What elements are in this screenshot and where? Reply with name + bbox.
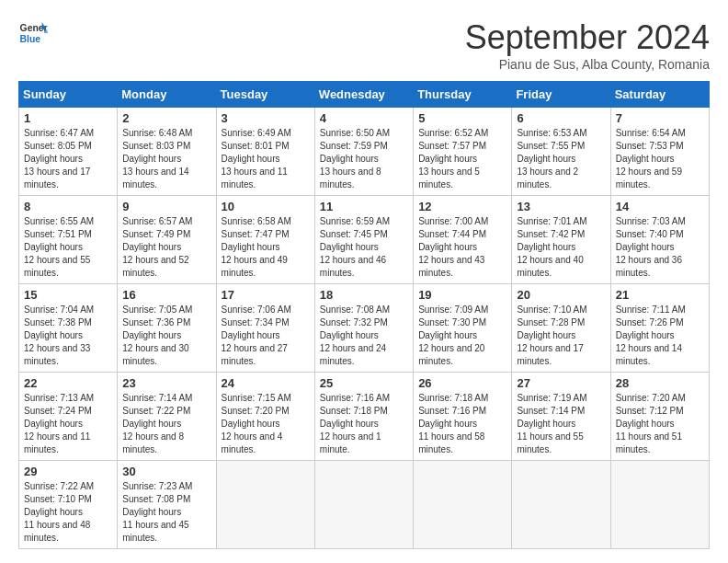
day-cell-11: 11Sunrise: 6:59 AMSunset: 7:45 PMDayligh… [314, 196, 413, 284]
empty-cell [610, 461, 709, 549]
day-number: 25 [320, 376, 408, 390]
day-cell-24: 24Sunrise: 7:15 AMSunset: 7:20 PMDayligh… [216, 373, 314, 461]
day-cell-17: 17Sunrise: 7:06 AMSunset: 7:34 PMDayligh… [216, 284, 314, 373]
day-info: Sunrise: 7:14 AMSunset: 7:22 PMDaylight … [122, 392, 210, 456]
svg-text:Blue: Blue [20, 34, 41, 44]
day-cell-6: 6Sunrise: 6:53 AMSunset: 7:55 PMDaylight… [512, 108, 610, 196]
col-header-friday: Friday [512, 82, 610, 108]
day-number: 10 [222, 200, 310, 213]
location: Pianu de Sus, Alba County, Romania [465, 57, 710, 72]
day-info: Sunrise: 7:04 AMSunset: 7:38 PMDaylight … [24, 304, 112, 368]
day-cell-19: 19Sunrise: 7:09 AMSunset: 7:30 PMDayligh… [414, 284, 512, 373]
day-number: 27 [517, 376, 605, 390]
day-info: Sunrise: 7:22 AMSunset: 7:10 PMDaylight … [24, 480, 112, 545]
day-number: 15 [24, 288, 112, 302]
week-row-3: 15Sunrise: 7:04 AMSunset: 7:38 PMDayligh… [19, 284, 710, 373]
day-cell-13: 13Sunrise: 7:01 AMSunset: 7:42 PMDayligh… [512, 196, 610, 284]
day-number: 28 [616, 376, 704, 390]
day-info: Sunrise: 6:49 AMSunset: 8:01 PMDaylight … [222, 127, 310, 191]
day-cell-14: 14Sunrise: 7:03 AMSunset: 7:40 PMDayligh… [610, 196, 709, 284]
day-number: 18 [320, 288, 408, 302]
empty-cell [314, 461, 413, 549]
day-cell-8: 8Sunrise: 6:55 AMSunset: 7:51 PMDaylight… [19, 196, 118, 284]
day-cell-30: 30Sunrise: 7:23 AMSunset: 7:08 PMDayligh… [118, 461, 216, 549]
day-cell-23: 23Sunrise: 7:14 AMSunset: 7:22 PMDayligh… [118, 373, 216, 461]
day-number: 21 [616, 288, 704, 302]
day-info: Sunrise: 7:19 AMSunset: 7:14 PMDaylight … [517, 392, 605, 456]
day-info: Sunrise: 6:53 AMSunset: 7:55 PMDaylight … [517, 127, 605, 191]
col-header-saturday: Saturday [610, 82, 709, 108]
day-cell-29: 29Sunrise: 7:22 AMSunset: 7:10 PMDayligh… [19, 461, 118, 549]
day-number: 30 [122, 465, 210, 478]
day-cell-16: 16Sunrise: 7:05 AMSunset: 7:36 PMDayligh… [118, 284, 216, 373]
day-info: Sunrise: 6:52 AMSunset: 7:57 PMDaylight … [418, 127, 506, 191]
day-info: Sunrise: 7:15 AMSunset: 7:20 PMDaylight … [222, 392, 310, 456]
day-info: Sunrise: 6:57 AMSunset: 7:49 PMDaylight … [122, 215, 210, 280]
day-number: 22 [24, 376, 112, 390]
day-cell-5: 5Sunrise: 6:52 AMSunset: 7:57 PMDaylight… [414, 108, 512, 196]
col-header-thursday: Thursday [414, 82, 512, 108]
day-info: Sunrise: 7:23 AMSunset: 7:08 PMDaylight … [122, 480, 210, 545]
month-title: September 2024 [465, 18, 710, 57]
day-number: 17 [222, 288, 310, 302]
day-info: Sunrise: 6:54 AMSunset: 7:53 PMDaylight … [616, 127, 704, 191]
day-cell-2: 2Sunrise: 6:48 AMSunset: 8:03 PMDaylight… [118, 108, 216, 196]
empty-cell [216, 461, 314, 549]
day-number: 4 [320, 111, 408, 125]
day-number: 23 [122, 376, 210, 390]
week-row-5: 29Sunrise: 7:22 AMSunset: 7:10 PMDayligh… [19, 461, 710, 549]
day-info: Sunrise: 6:55 AMSunset: 7:51 PMDaylight … [24, 215, 112, 280]
day-cell-20: 20Sunrise: 7:10 AMSunset: 7:28 PMDayligh… [512, 284, 610, 373]
day-info: Sunrise: 7:10 AMSunset: 7:28 PMDaylight … [517, 304, 605, 368]
day-number: 29 [24, 465, 112, 478]
day-info: Sunrise: 7:05 AMSunset: 7:36 PMDaylight … [122, 304, 210, 368]
day-info: Sunrise: 6:47 AMSunset: 8:05 PMDaylight … [24, 127, 112, 191]
day-cell-9: 9Sunrise: 6:57 AMSunset: 7:49 PMDaylight… [118, 196, 216, 284]
day-number: 5 [418, 111, 506, 125]
week-row-4: 22Sunrise: 7:13 AMSunset: 7:24 PMDayligh… [19, 373, 710, 461]
day-number: 14 [616, 200, 704, 213]
day-cell-7: 7Sunrise: 6:54 AMSunset: 7:53 PMDaylight… [610, 108, 709, 196]
day-number: 6 [517, 111, 605, 125]
day-cell-3: 3Sunrise: 6:49 AMSunset: 8:01 PMDaylight… [216, 108, 314, 196]
day-number: 1 [24, 111, 112, 125]
week-row-1: 1Sunrise: 6:47 AMSunset: 8:05 PMDaylight… [19, 108, 710, 196]
day-number: 24 [222, 376, 310, 390]
day-number: 12 [418, 200, 506, 213]
day-info: Sunrise: 7:11 AMSunset: 7:26 PMDaylight … [616, 304, 704, 368]
day-info: Sunrise: 6:48 AMSunset: 8:03 PMDaylight … [122, 127, 210, 191]
day-info: Sunrise: 7:00 AMSunset: 7:44 PMDaylight … [418, 215, 506, 280]
col-header-monday: Monday [118, 82, 216, 108]
day-cell-21: 21Sunrise: 7:11 AMSunset: 7:26 PMDayligh… [610, 284, 709, 373]
col-header-tuesday: Tuesday [216, 82, 314, 108]
day-info: Sunrise: 6:58 AMSunset: 7:47 PMDaylight … [222, 215, 310, 280]
day-cell-18: 18Sunrise: 7:08 AMSunset: 7:32 PMDayligh… [314, 284, 413, 373]
logo: General Blue [18, 18, 48, 48]
day-info: Sunrise: 7:01 AMSunset: 7:42 PMDaylight … [517, 215, 605, 280]
page-header: General Blue September 2024 Pianu de Sus… [18, 18, 710, 72]
day-number: 26 [418, 376, 506, 390]
day-info: Sunrise: 7:20 AMSunset: 7:12 PMDaylight … [616, 392, 704, 456]
empty-cell [512, 461, 610, 549]
day-info: Sunrise: 7:09 AMSunset: 7:30 PMDaylight … [418, 304, 506, 368]
day-number: 7 [616, 111, 704, 125]
col-header-sunday: Sunday [19, 82, 118, 108]
day-cell-27: 27Sunrise: 7:19 AMSunset: 7:14 PMDayligh… [512, 373, 610, 461]
day-cell-22: 22Sunrise: 7:13 AMSunset: 7:24 PMDayligh… [19, 373, 118, 461]
day-cell-10: 10Sunrise: 6:58 AMSunset: 7:47 PMDayligh… [216, 196, 314, 284]
day-number: 2 [122, 111, 210, 125]
day-info: Sunrise: 7:18 AMSunset: 7:16 PMDaylight … [418, 392, 506, 456]
day-number: 8 [24, 200, 112, 213]
day-number: 11 [320, 200, 408, 213]
week-row-2: 8Sunrise: 6:55 AMSunset: 7:51 PMDaylight… [19, 196, 710, 284]
day-cell-28: 28Sunrise: 7:20 AMSunset: 7:12 PMDayligh… [610, 373, 709, 461]
day-info: Sunrise: 7:08 AMSunset: 7:32 PMDaylight … [320, 304, 408, 368]
day-cell-4: 4Sunrise: 6:50 AMSunset: 7:59 PMDaylight… [314, 108, 413, 196]
day-cell-1: 1Sunrise: 6:47 AMSunset: 8:05 PMDaylight… [19, 108, 118, 196]
day-info: Sunrise: 7:13 AMSunset: 7:24 PMDaylight … [24, 392, 112, 456]
day-cell-12: 12Sunrise: 7:00 AMSunset: 7:44 PMDayligh… [414, 196, 512, 284]
day-info: Sunrise: 7:03 AMSunset: 7:40 PMDaylight … [616, 215, 704, 280]
day-cell-15: 15Sunrise: 7:04 AMSunset: 7:38 PMDayligh… [19, 284, 118, 373]
day-cell-26: 26Sunrise: 7:18 AMSunset: 7:16 PMDayligh… [414, 373, 512, 461]
day-number: 20 [517, 288, 605, 302]
